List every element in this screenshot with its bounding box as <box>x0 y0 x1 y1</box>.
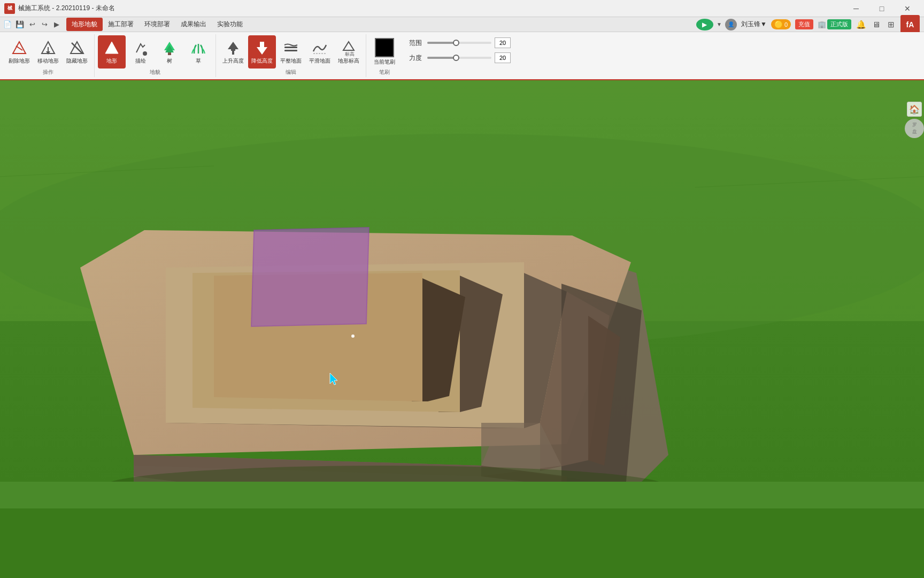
svg-rect-49 <box>0 508 924 578</box>
quick-save[interactable]: 💾 <box>14 19 25 30</box>
svg-rect-20 <box>284 50 297 51</box>
fa-badge: fA <box>900 15 920 34</box>
user-avatar: 👤 <box>725 19 737 31</box>
svg-rect-15 <box>232 51 234 55</box>
title-text: 械施工系统 - 2.20210119 - 未命名 <box>18 4 844 13</box>
strength-value[interactable]: 20 <box>495 52 511 63</box>
strength-track[interactable] <box>427 57 491 59</box>
close-button[interactable]: ✕ <box>895 1 920 17</box>
coins-value: 0 <box>784 21 788 28</box>
nav-controls: 🏠 罗盘 <box>905 102 924 138</box>
coins-badge: 🟡 0 <box>771 19 791 29</box>
brush-label: 当前笔刷 <box>374 58 395 66</box>
svg-rect-14 <box>231 49 235 51</box>
group-label-edit: 编辑 <box>286 69 296 76</box>
play-dropdown[interactable]: ▼ <box>713 19 725 31</box>
3d-scene: 🏠 罗盘 <box>0 80 924 578</box>
group-label-terrain: 地貌 <box>150 69 160 76</box>
toolbar: 剔除地形 移动地形 隐 <box>0 32 924 80</box>
range-value[interactable]: 20 <box>495 37 511 48</box>
group-label-operations: 操作 <box>43 69 53 76</box>
monitor-icon[interactable]: 🖥 <box>871 19 881 30</box>
svg-point-9 <box>143 51 147 56</box>
hide-terrain-button[interactable]: 隐藏地形 <box>63 35 91 69</box>
slider-panel: 范围 20 力度 20 <box>403 34 517 77</box>
strength-label: 力度 <box>409 54 424 63</box>
height-mark-button[interactable]: 标高 地形标高 <box>335 35 363 69</box>
quick-forward[interactable]: ▶ <box>51 19 62 30</box>
terrain-icon <box>103 40 120 57</box>
menu-environment[interactable]: 环境部署 <box>139 18 175 31</box>
svg-point-44 <box>351 334 355 338</box>
viewport[interactable]: 🏠 罗盘 <box>0 80 924 578</box>
terrain-svg <box>0 80 924 578</box>
height-mark-icon: 标高 <box>340 40 357 57</box>
quick-redo[interactable]: ↪ <box>39 19 50 30</box>
bell-icon[interactable]: 🔔 <box>856 19 866 30</box>
raise-icon <box>225 40 242 57</box>
header-right: 👤 刘玉锋▼ 🟡 0 充值 🏢 正式版 🔔 🖥 ⊞ fA <box>725 15 922 34</box>
flatten-icon <box>282 40 299 57</box>
home-nav-button[interactable]: 🏠 <box>907 102 922 117</box>
svg-marker-21 <box>343 42 354 50</box>
range-label: 范围 <box>409 39 424 48</box>
brush-section: 当前笔刷 <box>369 36 399 68</box>
version-badge: 正式版 <box>827 19 851 29</box>
svg-rect-17 <box>260 45 264 47</box>
smooth-button[interactable]: 平滑地面 <box>306 35 334 69</box>
toolbar-group-brush: 当前笔刷 笔刷 <box>366 34 403 77</box>
svg-rect-12 <box>168 52 171 55</box>
svg-marker-13 <box>228 42 238 49</box>
compass[interactable]: 罗盘 <box>905 119 924 138</box>
tree-button[interactable]: 树 <box>156 35 183 69</box>
toolbar-group-operations: 剔除地形 移动地形 隐 <box>2 34 95 77</box>
delete-terrain-icon <box>11 40 28 57</box>
window-controls: ─ □ ✕ <box>844 1 920 17</box>
smooth-icon <box>311 40 328 57</box>
svg-rect-8 <box>107 51 116 54</box>
delete-terrain-button[interactable]: 剔除地形 <box>5 35 33 69</box>
group-label-brush: 笔刷 <box>379 69 390 76</box>
paint-button[interactable]: 描绘 <box>127 35 155 69</box>
menu-construction[interactable]: 施工部署 <box>103 18 139 31</box>
menu-experiment[interactable]: 实验功能 <box>212 18 248 31</box>
maximize-button[interactable]: □ <box>869 1 894 17</box>
svg-text:标高: 标高 <box>344 51 355 57</box>
svg-marker-18 <box>257 47 267 55</box>
lower-button[interactable]: 降低高度 <box>248 35 276 69</box>
brush-color-box[interactable] <box>375 38 394 57</box>
svg-marker-42 <box>251 227 369 326</box>
menu-output[interactable]: 成果输出 <box>175 18 212 31</box>
tree-icon <box>161 40 178 57</box>
range-track[interactable] <box>427 42 491 44</box>
settings-icon[interactable]: ⊞ <box>886 19 896 30</box>
grass-icon <box>190 40 207 57</box>
paint-icon <box>132 40 149 57</box>
lower-icon <box>253 40 271 57</box>
move-terrain-icon <box>40 40 57 57</box>
recharge-button[interactable]: 充值 <box>795 19 813 29</box>
terrain-button[interactable]: 地形 <box>98 35 126 69</box>
user-name[interactable]: 刘玉锋▼ <box>741 20 767 29</box>
play-button[interactable]: ▶ <box>696 19 713 31</box>
svg-rect-19 <box>284 47 297 48</box>
quick-new[interactable]: 📄 <box>2 19 13 30</box>
grass-button[interactable]: 草 <box>184 35 212 69</box>
move-terrain-button[interactable]: 移动地形 <box>34 35 62 69</box>
toolbar-group-edit: 上升高度 降低高度 <box>216 34 366 77</box>
app-icon: 械 <box>4 3 15 14</box>
toolbar-group-terrain: 地形 描绘 树 <box>95 34 216 77</box>
menubar: 📄 💾 ↩ ↪ ▶ 地形地貌 施工部署 环境部署 成果输出 实验功能 ▶ ▼ 👤… <box>0 17 924 32</box>
raise-button[interactable]: 上升高度 <box>219 35 247 69</box>
menu-terrain[interactable]: 地形地貌 <box>66 18 103 31</box>
minimize-button[interactable]: ─ <box>844 1 868 17</box>
hide-terrain-icon <box>68 40 86 57</box>
svg-rect-16 <box>260 42 264 45</box>
quick-undo[interactable]: ↩ <box>27 19 37 30</box>
flatten-button[interactable]: 平整地面 <box>277 35 305 69</box>
